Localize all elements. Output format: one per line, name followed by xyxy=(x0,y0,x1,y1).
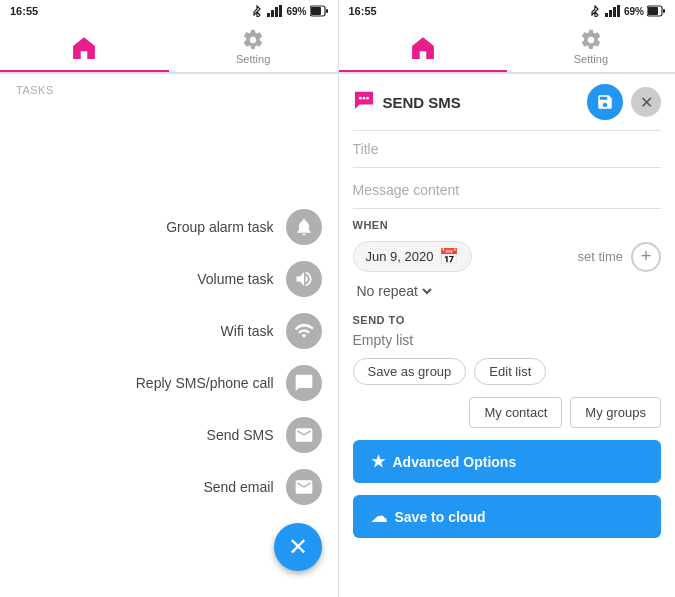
left-home-tab[interactable] xyxy=(0,22,169,72)
list-item[interactable]: Send SMS xyxy=(0,409,338,461)
list-item[interactable]: Group alarm task xyxy=(0,201,338,253)
calendar-icon: 📅 xyxy=(439,247,459,266)
battery-icon xyxy=(310,5,328,17)
save-to-cloud-button[interactable]: ☁ Save to cloud xyxy=(353,495,662,538)
svg-rect-6 xyxy=(326,9,328,13)
advanced-options-label: Advanced Options xyxy=(393,454,517,470)
my-groups-button[interactable]: My groups xyxy=(570,397,661,428)
left-status-icons: 69% xyxy=(250,5,327,17)
contact-buttons: My contact My groups xyxy=(339,391,676,434)
svg-rect-8 xyxy=(609,10,612,17)
svg-rect-5 xyxy=(311,7,321,15)
gear-icon-right xyxy=(580,29,602,51)
date-row: Jun 9, 2020 📅 set time + xyxy=(339,235,676,278)
add-time-button[interactable]: + xyxy=(631,242,661,272)
svg-point-15 xyxy=(362,96,365,99)
my-contact-button[interactable]: My contact xyxy=(469,397,562,428)
advanced-options-button[interactable]: ★ Advanced Options xyxy=(353,440,662,483)
repeat-row: No repeat xyxy=(339,278,676,308)
left-top-nav: Setting xyxy=(0,22,338,74)
sms-header-title: SEND SMS xyxy=(383,94,580,111)
signal-icon-right xyxy=(605,5,621,17)
close-icon: ✕ xyxy=(640,93,653,112)
svg-point-16 xyxy=(366,96,369,99)
sms-form-header: SEND SMS ✕ xyxy=(339,74,676,130)
svg-point-14 xyxy=(359,96,362,99)
sms-close-button[interactable]: ✕ xyxy=(631,87,661,117)
left-setting-tab[interactable]: Setting xyxy=(169,22,338,72)
svg-rect-2 xyxy=(275,7,278,17)
right-status-bar: 16:55 69% xyxy=(339,0,676,22)
bluetooth-icon-right xyxy=(588,5,602,17)
right-panel: 16:55 69% xyxy=(338,0,676,597)
task-label: Send SMS xyxy=(207,427,274,443)
home-icon-right xyxy=(409,35,437,59)
right-home-tab[interactable] xyxy=(339,22,507,72)
list-item[interactable]: Send email xyxy=(0,461,338,513)
title-input[interactable] xyxy=(353,131,662,168)
list-item[interactable]: Wifi task xyxy=(0,305,338,357)
date-value: Jun 9, 2020 xyxy=(366,249,434,264)
task-icon-send-email xyxy=(286,469,322,505)
plus-icon: + xyxy=(641,246,652,267)
task-icon-send-sms xyxy=(286,417,322,453)
when-label: WHEN xyxy=(339,209,676,235)
date-chip[interactable]: Jun 9, 2020 📅 xyxy=(353,241,473,272)
set-time-label: set time xyxy=(480,249,623,264)
left-battery-pct: 69% xyxy=(286,6,306,17)
left-status-time: 16:55 xyxy=(10,5,38,17)
chat-bubble-icon xyxy=(353,90,375,110)
right-status-time: 16:55 xyxy=(349,5,377,17)
svg-rect-0 xyxy=(267,13,270,17)
list-item[interactable]: Volume task xyxy=(0,253,338,305)
task-icon-alarm xyxy=(286,209,322,245)
save-as-group-button[interactable]: Save as group xyxy=(353,358,467,385)
left-panel: 16:55 69% xyxy=(0,0,338,597)
svg-rect-10 xyxy=(617,5,620,17)
save-icon xyxy=(596,93,614,111)
svg-rect-12 xyxy=(648,7,658,15)
fab-close-icon: ✕ xyxy=(288,533,308,561)
task-label: Reply SMS/phone call xyxy=(136,375,274,391)
left-status-bar: 16:55 69% xyxy=(0,0,338,22)
home-icon xyxy=(70,35,98,59)
right-setting-label: Setting xyxy=(574,53,608,65)
tasks-section-label: TASKS xyxy=(0,74,338,102)
task-label: Volume task xyxy=(197,271,273,287)
left-setting-label: Setting xyxy=(236,53,270,65)
right-setting-tab[interactable]: Setting xyxy=(507,22,675,72)
sms-chat-icon xyxy=(353,90,375,115)
save-to-cloud-label: Save to cloud xyxy=(395,509,486,525)
battery-icon-right xyxy=(647,5,665,17)
task-label: Group alarm task xyxy=(166,219,273,235)
fab-close-button[interactable]: ✕ xyxy=(274,523,322,571)
right-battery-pct: 69% xyxy=(624,6,644,17)
svg-rect-9 xyxy=(613,7,616,17)
bluetooth-icon xyxy=(250,5,264,17)
send-to-actions: Save as group Edit list xyxy=(339,352,676,391)
repeat-select[interactable]: No repeat xyxy=(353,282,435,300)
sms-save-button[interactable] xyxy=(587,84,623,120)
signal-icon xyxy=(267,5,283,17)
svg-rect-3 xyxy=(279,5,282,17)
message-input[interactable] xyxy=(353,172,662,209)
task-icon-volume xyxy=(286,261,322,297)
task-label: Wifi task xyxy=(221,323,274,339)
list-item[interactable]: Reply SMS/phone call xyxy=(0,357,338,409)
right-status-icons: 69% xyxy=(588,5,665,17)
right-top-nav: Setting xyxy=(339,22,676,74)
gear-icon xyxy=(242,29,264,51)
task-icon-wifi xyxy=(286,313,322,349)
svg-rect-7 xyxy=(605,13,608,17)
task-icon-reply-sms xyxy=(286,365,322,401)
star-icon: ★ xyxy=(371,452,385,471)
empty-list-label: Empty list xyxy=(339,328,676,352)
send-to-label: SEND TO xyxy=(339,308,676,328)
sms-form: SEND SMS ✕ WHEN Jun 9, 2020 xyxy=(339,74,676,597)
svg-rect-1 xyxy=(271,10,274,17)
task-label: Send email xyxy=(203,479,273,495)
task-list: Group alarm task Volume task Wifi task R… xyxy=(0,102,338,597)
svg-rect-13 xyxy=(663,9,665,13)
edit-list-button[interactable]: Edit list xyxy=(474,358,546,385)
cloud-upload-icon: ☁ xyxy=(371,507,387,526)
